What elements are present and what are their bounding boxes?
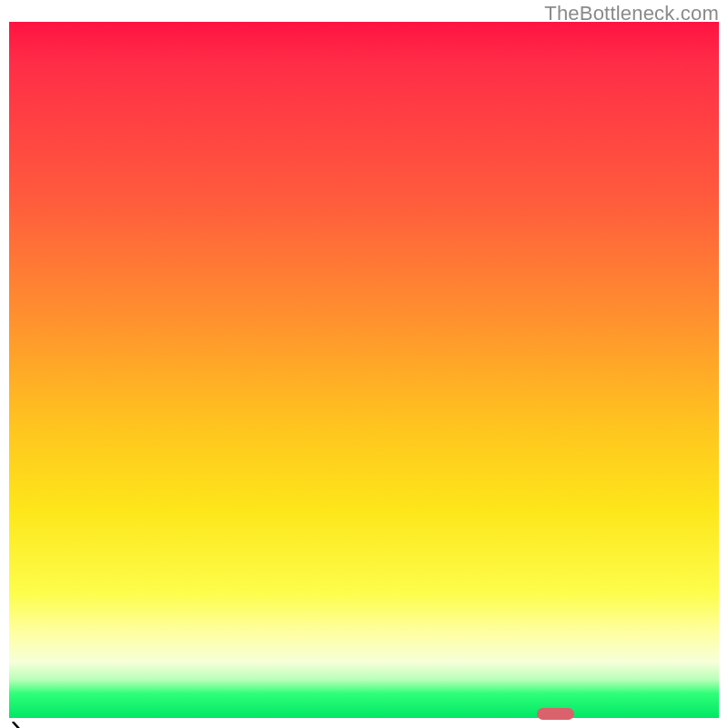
plot-area [9,22,719,718]
curve-line [13,722,719,728]
gradient-background [9,22,719,718]
curve-layer [9,722,719,728]
chart-container: TheBottleneck.com [0,0,728,728]
valley-marker [537,708,574,719]
